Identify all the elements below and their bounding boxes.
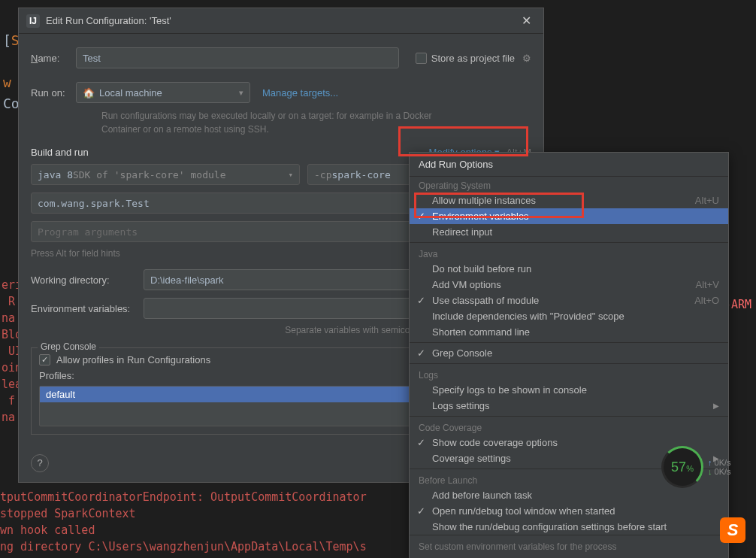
close-icon[interactable]: ✕: [517, 14, 536, 28]
build-run-title: Build and run: [31, 147, 89, 158]
popup-section-os: Operating System: [410, 177, 728, 193]
popup-item-grep-console[interactable]: ✓ Grep Console: [410, 345, 728, 361]
name-input[interactable]: [76, 47, 399, 68]
popup-item-env-vars[interactable]: ✓ Environment variables: [410, 208, 728, 224]
dialog-title: Edit Run Configuration: 'Test': [46, 15, 517, 26]
allow-profiles-checkbox[interactable]: [39, 354, 50, 365]
net-stats: ↑ 0K/s ↓ 0K/s: [708, 458, 731, 476]
program-args-placeholder: Program arguments: [38, 226, 138, 238]
run-on-hint: Run configurations may be executed local…: [101, 109, 447, 136]
dialog-titlebar[interactable]: IJ Edit Run Configuration: 'Test' ✕: [19, 8, 543, 34]
popup-item-use-classpath[interactable]: ✓ Use classpath of moduleAlt+O: [410, 293, 728, 308]
allow-profiles-label: Allow profiles in Run Configurations: [56, 354, 210, 365]
popup-item-open-tool[interactable]: ✓ Open run/debug tool window when starte…: [410, 503, 728, 519]
env-vars-label: Environment variables:: [31, 303, 144, 314]
popup-section-coverage: Code Coverage: [410, 419, 728, 435]
check-icon: ✓: [417, 505, 425, 517]
ime-badge[interactable]: S: [720, 517, 745, 543]
popup-item-no-build[interactable]: Do not build before run: [410, 261, 728, 277]
perf-ring: 57%: [661, 446, 703, 488]
help-button[interactable]: ?: [31, 454, 49, 472]
main-class-value: com.wang.spark.Test: [38, 198, 150, 209]
popup-item-add-before[interactable]: Add before launch task: [410, 487, 728, 503]
home-icon: 🏠: [83, 87, 95, 99]
manage-targets-link[interactable]: Manage targets...: [262, 87, 338, 99]
popup-item-specify-logs[interactable]: Specify logs to be shown in console: [410, 382, 728, 398]
perf-widget[interactable]: 57% ↑ 0K/s ↓ 0K/s: [661, 445, 744, 489]
chevron-right-icon: ▶: [713, 402, 719, 410]
popup-item-shorten-cmd[interactable]: Shorten command line: [410, 324, 728, 340]
gear-icon[interactable]: ⚙: [522, 53, 531, 64]
popup-title: Add Run Options: [410, 153, 728, 177]
add-run-options-popup: Add Run Options Operating System Allow m…: [409, 152, 729, 558]
grep-console-legend: Grep Console: [38, 341, 99, 352]
store-as-project-checkbox[interactable]: [416, 53, 427, 64]
popup-item-logs-settings[interactable]: Logs settings▶: [410, 398, 728, 414]
popup-item-include-provided[interactable]: Include dependencies with "Provided" sco…: [410, 308, 728, 324]
popup-item-redirect-input[interactable]: Redirect input: [410, 224, 728, 240]
run-on-select[interactable]: 🏠 Local machine: [76, 82, 250, 103]
run-on-label: Run on:: [31, 87, 76, 99]
popup-item-show-before-start[interactable]: Show the run/debug configuration setting…: [410, 519, 728, 535]
check-icon: ✓: [417, 295, 425, 306]
check-icon: ✓: [417, 437, 425, 448]
arrow-down-icon: ↓: [708, 467, 712, 476]
popup-section-java: Java: [410, 245, 728, 261]
name-label: Name:: [31, 53, 76, 64]
check-icon: ✓: [417, 211, 425, 222]
store-as-project-label: Store as project file: [431, 53, 515, 64]
popup-item-vm-options[interactable]: Add VM optionsAlt+V: [410, 277, 728, 293]
popup-item-allow-multiple[interactable]: Allow multiple instancesAlt+U: [410, 193, 728, 208]
popup-footer: Set custom environment variables for the…: [410, 535, 728, 558]
intellij-icon: IJ: [26, 14, 40, 28]
working-dir-label: Working directory:: [31, 274, 144, 286]
run-on-value: Local machine: [99, 87, 162, 99]
popup-section-logs: Logs: [410, 366, 728, 382]
arrow-up-icon: ↑: [708, 458, 712, 467]
jdk-select[interactable]: java 8 SDK of 'spark-core' module: [31, 164, 300, 185]
check-icon: ✓: [417, 347, 425, 359]
